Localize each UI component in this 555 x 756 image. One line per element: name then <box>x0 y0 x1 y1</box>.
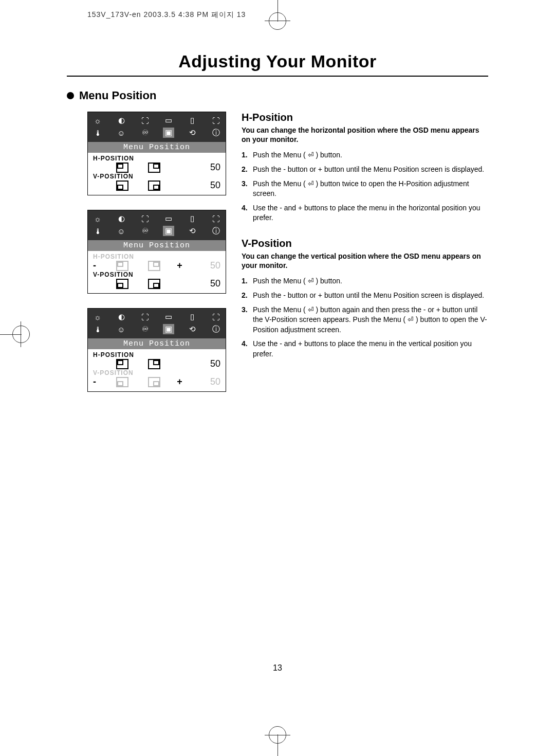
v-up-icon <box>148 377 160 387</box>
h-value: 50 <box>200 358 220 369</box>
color-temp-icon: 🌡 <box>92 128 103 138</box>
brightness-icon: ☼ <box>92 213 103 224</box>
timer-icon: ⟲ <box>187 324 198 334</box>
page-title: Adjusting Your Monitor <box>67 51 488 77</box>
language-icon: ☺ <box>116 226 127 236</box>
v-step-1: Push the Menu ( ⏎ ) button. <box>253 276 342 286</box>
page-content: Adjusting Your Monitor Menu Position ☼ ◐… <box>67 51 488 406</box>
v-position-label: V-POSITION <box>93 173 220 180</box>
timer-icon: ⟲ <box>187 128 198 138</box>
h-left-icon <box>116 163 128 173</box>
color-temp-icon: 🌡 <box>92 226 103 236</box>
h-position-heading: H-Position <box>242 112 488 123</box>
v-position-intro: You can change the vertical position whe… <box>242 251 488 270</box>
h-pos-icon: ▭ <box>163 115 174 125</box>
bullet-icon <box>67 92 74 99</box>
v-position-heading: V-Position <box>242 238 488 249</box>
zoom-icon: ⛶ <box>210 312 221 322</box>
v-value: 50 <box>200 278 220 289</box>
v-pos-icon: ▯ <box>187 213 198 224</box>
zoom-icon: ⛶ <box>210 115 221 125</box>
display-icon: ♾ <box>139 324 151 334</box>
language-icon: ☺ <box>116 324 127 334</box>
v-position-label: V-POSITION <box>93 369 220 376</box>
menu-position-icon: ▣ <box>163 324 174 334</box>
osd-screenshot-1: ☼ ◐ ⛶ ▭ ▯ ⛶ 🌡 ☺ ♾ ▣ ⟲ ⓘ <box>87 112 226 195</box>
osd-screenshot-3: ☼ ◐ ⛶ ▭ ▯ ⛶ 🌡 ☺ ♾ ▣ ⟲ ⓘ <box>87 308 226 392</box>
v-position-label: V-POSITION <box>93 271 220 278</box>
v-value: 50 <box>200 376 220 387</box>
h-step-4: Use the - and + buttons to place the men… <box>253 203 488 223</box>
crop-mark-top <box>262 0 293 31</box>
h-right-icon <box>148 359 160 369</box>
lock-icon: ⛶ <box>139 213 151 224</box>
h-left-icon <box>116 359 128 369</box>
info-icon: ⓘ <box>210 226 221 236</box>
crop-header-text: 153V_173V-en 2003.3.5 4:38 PM 페이지 13 <box>87 10 246 20</box>
menu-position-icon: ▣ <box>163 128 174 138</box>
display-icon: ♾ <box>139 128 151 138</box>
h-value: 50 <box>200 260 220 271</box>
h-position-intro: You can change the horizontal position w… <box>242 125 488 144</box>
v-pos-icon: ▯ <box>187 115 198 125</box>
info-icon: ⓘ <box>210 128 221 138</box>
crop-mark-bottom <box>262 725 293 756</box>
brightness-icon: ☼ <box>92 312 103 322</box>
v-value: 50 <box>200 180 220 191</box>
h-position-label: H-POSITION <box>93 253 220 260</box>
timer-icon: ⟲ <box>187 226 198 236</box>
page-number: 13 <box>273 663 282 673</box>
v-step-4: Use the - and + buttons to place the men… <box>253 339 488 359</box>
v-pos-icon: ▯ <box>187 312 198 322</box>
section-heading: Menu Position <box>67 89 488 102</box>
language-icon: ☺ <box>116 128 127 138</box>
osd-screenshot-2: ☼ ◐ ⛶ ▭ ▯ ⛶ 🌡 ☺ ♾ ▣ ⟲ ⓘ <box>87 210 226 294</box>
h-position-label: H-POSITION <box>93 155 220 162</box>
osd-screenshots-column: ☼ ◐ ⛶ ▭ ▯ ⛶ 🌡 ☺ ♾ ▣ ⟲ ⓘ <box>87 112 226 406</box>
display-icon: ♾ <box>139 226 151 236</box>
v-up-icon <box>148 279 160 289</box>
menu-position-icon: ▣ <box>163 226 174 236</box>
lock-icon: ⛶ <box>139 115 151 125</box>
v-step-3: Push the Menu ( ⏎ ) button again and the… <box>253 305 488 335</box>
osd-menu-label: Menu Position <box>88 338 226 349</box>
info-icon: ⓘ <box>210 324 221 334</box>
h-position-label: H-POSITION <box>93 351 220 358</box>
h-step-2: Push the - button or + button until the … <box>253 165 484 175</box>
brightness-icon: ☼ <box>92 115 103 125</box>
v-position-steps: 1.Push the Menu ( ⏎ ) button. 2.Push the… <box>242 276 488 359</box>
h-step-1: Push the Menu ( ⏎ ) button. <box>253 150 342 160</box>
v-step-2: Push the - button or + button until the … <box>253 291 484 301</box>
color-temp-icon: 🌡 <box>92 324 103 334</box>
h-right-icon <box>148 261 160 271</box>
h-right-icon <box>148 163 160 173</box>
h-pos-icon: ▭ <box>163 213 174 224</box>
contrast-icon: ◐ <box>116 115 127 125</box>
v-down-icon <box>116 181 128 191</box>
osd-menu-label: Menu Position <box>88 142 226 153</box>
h-position-steps: 1.Push the Menu ( ⏎ ) button. 2.Push the… <box>242 150 488 223</box>
contrast-icon: ◐ <box>116 312 127 322</box>
lock-icon: ⛶ <box>139 312 151 322</box>
crop-mark-left <box>0 319 31 350</box>
h-pos-icon: ▭ <box>163 312 174 322</box>
h-step-3: Push the Menu ( ⏎ ) button twice to open… <box>253 179 488 199</box>
section-label: Menu Position <box>79 89 156 102</box>
contrast-icon: ◐ <box>116 213 127 224</box>
v-down-icon <box>116 279 128 289</box>
h-left-icon <box>116 261 128 271</box>
osd-menu-label: Menu Position <box>88 240 226 251</box>
instructions-column: H-Position You can change the horizontal… <box>242 112 488 406</box>
v-down-icon <box>116 377 128 387</box>
v-up-icon <box>148 181 160 191</box>
h-value: 50 <box>200 162 220 173</box>
zoom-icon: ⛶ <box>210 213 221 224</box>
